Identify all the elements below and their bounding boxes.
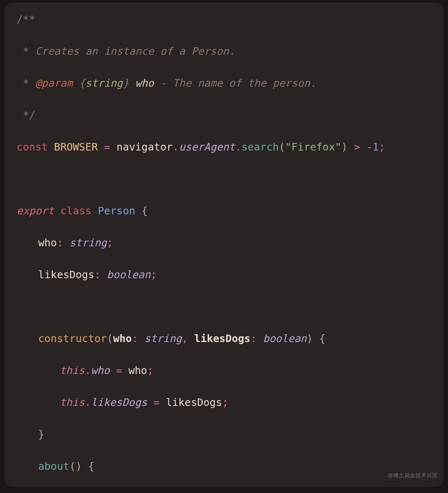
code-line <box>17 299 432 315</box>
code-line: * Creates an instance of a Person. <box>17 44 432 60</box>
code-block: /** * Creates an instance of a Person. *… <box>17 12 432 487</box>
code-line: export class Person { <box>17 203 432 219</box>
code-line: */ <box>17 107 432 124</box>
code-line: /** <box>17 12 432 28</box>
code-line <box>17 171 432 187</box>
code-line: this.who = who; <box>17 363 432 379</box>
code-line: who: string; <box>17 235 432 251</box>
code-line: this.likesDogs = likesDogs; <box>17 395 432 411</box>
watermark-text: @稀土掘金技术社区 <box>387 468 438 484</box>
code-editor-pane[interactable]: /** * Creates an instance of a Person. *… <box>4 2 444 487</box>
code-line: constructor(who: string, likesDogs: bool… <box>17 331 432 347</box>
code-line: about() { <box>17 459 432 475</box>
code-line: * @param {string} who - The name of the … <box>17 75 432 92</box>
code-line: const BROWSER = navigator.userAgent.sear… <box>17 139 432 155</box>
code-line: } <box>17 427 432 443</box>
code-line: likesDogs: boolean; <box>17 267 432 283</box>
